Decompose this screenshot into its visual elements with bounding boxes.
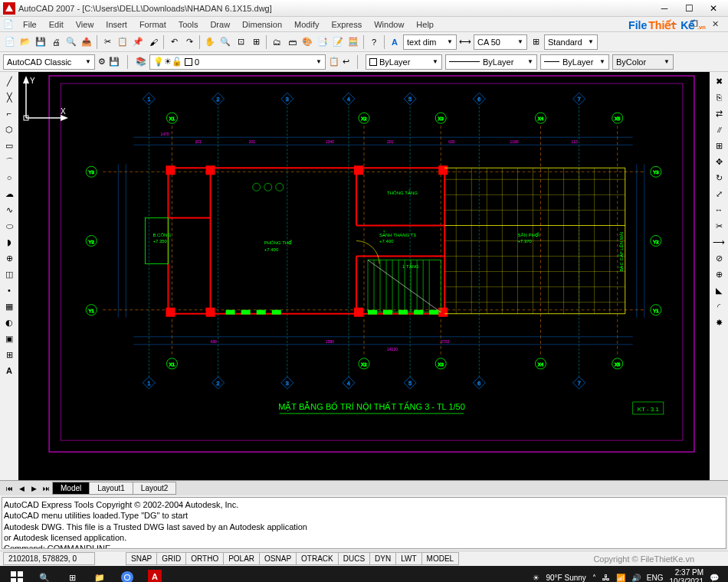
publish-icon[interactable]: 📤	[80, 35, 93, 49]
rectangle-icon[interactable]: ▭	[2, 138, 17, 153]
clock[interactable]: 2:37 PM 10/3/2021	[670, 568, 704, 582]
color-dropdown[interactable]: ByLayer▼	[366, 54, 442, 70]
circle-icon[interactable]: ○	[2, 170, 17, 185]
mtext-icon[interactable]: A	[2, 363, 17, 378]
minimize-button[interactable]: ─	[653, 2, 676, 15]
tab-model[interactable]: Model	[52, 482, 90, 495]
ellipse-icon[interactable]: ⬭	[2, 218, 17, 234]
stretch-icon[interactable]: ↔	[711, 202, 726, 217]
zoom-prev-icon[interactable]: ⊞	[249, 35, 263, 49]
array-icon[interactable]: ⊞	[711, 138, 726, 153]
layer-prev-icon[interactable]: ↩	[343, 57, 349, 67]
scale-icon[interactable]: ⤢	[711, 186, 726, 201]
tab-first-icon[interactable]: ⏮	[3, 482, 15, 495]
autocad-task-icon[interactable]: A	[141, 566, 169, 582]
drawing-canvas[interactable]: 1 2 3 4 5 6 7 X1 X2 X3 X4 X5 X1 X2 X3 X4	[18, 72, 710, 480]
menu-express[interactable]: Express	[325, 18, 368, 31]
dim-style-dropdown[interactable]: CA 50▼	[474, 34, 527, 50]
menu-view[interactable]: View	[70, 18, 100, 31]
toggle-ducs[interactable]: DUCS	[338, 552, 370, 565]
search-icon[interactable]: 🔍	[31, 566, 58, 582]
extend-icon[interactable]: ⟶	[711, 234, 726, 250]
offset-icon[interactable]: ⫽	[711, 122, 726, 137]
print-icon[interactable]: 🖨	[49, 35, 63, 49]
ws-settings-icon[interactable]: ⚙	[98, 57, 106, 67]
point-icon[interactable]: •	[2, 283, 17, 298]
menu-insert[interactable]: Insert	[100, 18, 133, 31]
toggle-osnap[interactable]: OSNAP	[259, 552, 297, 565]
wifi-icon[interactable]: 📶	[616, 574, 625, 582]
revcloud-icon[interactable]: ☁	[2, 186, 17, 201]
toggle-polar[interactable]: POLAR	[223, 552, 260, 565]
menu-dimension[interactable]: Dimension	[236, 18, 288, 31]
erase-icon[interactable]: ✖	[711, 74, 726, 89]
open-icon[interactable]: 📂	[18, 35, 32, 49]
insert-icon[interactable]: ⊕	[2, 250, 17, 266]
gradient-icon[interactable]: ◐	[2, 315, 17, 330]
hatch-icon[interactable]: ▦	[2, 299, 17, 314]
mirror-icon[interactable]: ⇄	[711, 106, 726, 121]
trim-icon[interactable]: ✂	[711, 218, 726, 234]
menu-modify[interactable]: Modify	[288, 18, 325, 31]
ssm-icon[interactable]: 📑	[316, 35, 330, 49]
textstyle-icon[interactable]: A	[388, 35, 402, 49]
line-icon[interactable]: ╱	[2, 74, 17, 89]
save-icon[interactable]: 💾	[34, 35, 48, 49]
volume-icon[interactable]: 🔊	[631, 574, 641, 582]
help-icon[interactable]: ?	[367, 35, 381, 49]
taskview-icon[interactable]: ⊞	[58, 566, 86, 582]
maximize-button[interactable]: ☐	[677, 2, 700, 15]
menu-format[interactable]: Format	[133, 18, 172, 31]
ellipse-arc-icon[interactable]: ◗	[2, 234, 17, 250]
fillet-icon[interactable]: ◜	[711, 299, 726, 314]
new-icon[interactable]: 📄	[3, 35, 17, 49]
notification-icon[interactable]: 💬	[710, 574, 719, 582]
tab-layout2[interactable]: Layout2	[133, 482, 177, 495]
menu-window[interactable]: Window	[368, 18, 410, 31]
tp-icon[interactable]: 🎨	[300, 35, 314, 49]
menu-edit[interactable]: Edit	[43, 18, 70, 31]
toggle-snap[interactable]: SNAP	[126, 552, 157, 565]
tab-prev-icon[interactable]: ◀	[15, 482, 28, 495]
markup-icon[interactable]: 📝	[331, 35, 345, 49]
weather-icon[interactable]: ☀	[533, 574, 539, 582]
workspace-dropdown[interactable]: AutoCAD Classic▼	[3, 54, 95, 70]
tray-chevron-icon[interactable]: ˄	[592, 574, 596, 582]
chrome-icon[interactable]	[113, 566, 141, 582]
chamfer-icon[interactable]: ◣	[711, 283, 726, 298]
plot-preview-icon[interactable]: 🔍	[64, 35, 78, 49]
explode-icon[interactable]: ✸	[711, 315, 726, 330]
lang-indicator[interactable]: ENG	[647, 574, 664, 582]
toggle-ortho[interactable]: ORTHO	[185, 552, 224, 565]
weather-text[interactable]: 90°F Sunny	[546, 574, 585, 582]
toggle-grid[interactable]: GRID	[156, 552, 186, 565]
lineweight-dropdown[interactable]: ByLayer▼	[540, 54, 609, 70]
text-style-dropdown[interactable]: text dim▼	[403, 34, 457, 50]
menu-draw[interactable]: Draw	[204, 18, 236, 31]
tab-last-icon[interactable]: ⏭	[40, 482, 52, 495]
polygon-icon[interactable]: ⬡	[2, 122, 17, 137]
spline-icon[interactable]: ∿	[2, 202, 17, 217]
start-button[interactable]	[3, 566, 31, 582]
calc-icon[interactable]: 🧮	[346, 35, 360, 49]
dimstyle-icon[interactable]: ⟷	[458, 35, 472, 49]
layer-dropdown[interactable]: 💡 ☀ 🔓 0▼	[149, 54, 326, 70]
zoom-win-icon[interactable]: ⊡	[234, 35, 248, 49]
layer-props-icon[interactable]: 📚	[136, 57, 146, 67]
redo-icon[interactable]: ↷	[182, 35, 196, 49]
toggle-lwt[interactable]: LWT	[395, 552, 421, 565]
tab-layout1[interactable]: Layout1	[89, 482, 133, 495]
copy-icon[interactable]: 📋	[116, 35, 130, 49]
arc-icon[interactable]: ⌒	[2, 154, 17, 169]
table-style-dropdown[interactable]: Standard▼	[544, 34, 598, 50]
cut-icon[interactable]: ✂	[100, 35, 114, 49]
join-icon[interactable]: ⊕	[711, 266, 726, 282]
match-icon[interactable]: 🖌	[146, 35, 160, 49]
toggle-model[interactable]: MODEL	[421, 552, 460, 565]
coords-display[interactable]: 2102018, 578829, 0	[3, 552, 95, 565]
table-icon[interactable]: ⊞	[2, 347, 17, 362]
properties-icon[interactable]: 🗂	[270, 35, 284, 49]
layer-state-icon[interactable]: 📋	[329, 57, 339, 67]
command-window[interactable]: AutoCAD Express Tools Copyright © 2002-2…	[2, 497, 726, 549]
paste-icon[interactable]: 📌	[131, 35, 145, 49]
